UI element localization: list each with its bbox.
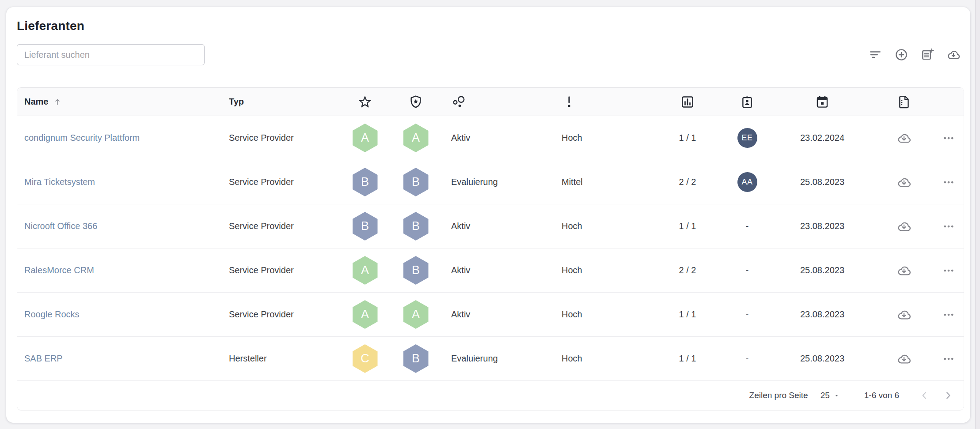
pagination-prev-button[interactable] bbox=[919, 390, 930, 401]
row-more-button[interactable] bbox=[942, 220, 955, 233]
cell-documents bbox=[875, 219, 933, 234]
grade-badge: B bbox=[403, 212, 429, 241]
pagination-next-button[interactable] bbox=[942, 390, 954, 401]
table-row: Mira TicketsystemService ProviderBBEvalu… bbox=[17, 160, 964, 204]
grade-badge: A bbox=[403, 124, 429, 152]
chevron-right-icon bbox=[942, 390, 954, 401]
cell-actions bbox=[933, 264, 964, 277]
cell-grade-internal: A bbox=[336, 256, 394, 285]
note-add-button[interactable] bbox=[920, 48, 934, 62]
topbar bbox=[17, 44, 964, 65]
cloud-download-icon bbox=[946, 48, 961, 62]
cell-progress: 1 / 1 bbox=[650, 133, 725, 143]
column-header-responsible[interactable] bbox=[725, 94, 769, 109]
cell-date: 25.08.2023 bbox=[769, 354, 875, 364]
column-header-name[interactable]: Name bbox=[17, 97, 229, 107]
supplier-name-link[interactable]: Nicrooft Office 366 bbox=[24, 221, 97, 231]
search-input[interactable] bbox=[17, 44, 205, 65]
avatar: EE bbox=[737, 128, 757, 148]
cell-grade-internal: B bbox=[336, 168, 394, 196]
supplier-name-link[interactable]: condignum Security Plattform bbox=[24, 133, 140, 143]
row-download-button[interactable] bbox=[896, 219, 912, 234]
cell-actions bbox=[933, 176, 964, 189]
column-header-typ[interactable]: Typ bbox=[229, 97, 336, 107]
column-header-progress[interactable] bbox=[650, 94, 725, 109]
grade-badge: B bbox=[353, 168, 378, 196]
add-circle-button[interactable] bbox=[894, 48, 908, 62]
supplier-name-link[interactable]: RalesMorce CRM bbox=[24, 265, 94, 275]
calendar-icon bbox=[815, 94, 830, 109]
cell-date: 25.08.2023 bbox=[769, 177, 875, 187]
cell-grade-external: B bbox=[394, 212, 438, 241]
grade-badge: A bbox=[353, 256, 378, 285]
avatar: AA bbox=[737, 172, 757, 192]
column-header-documents[interactable] bbox=[875, 94, 933, 109]
cell-criticality: Hoch bbox=[553, 354, 650, 364]
table-row: condignum Security PlattformService Prov… bbox=[17, 116, 964, 160]
scrollbar-track[interactable] bbox=[975, 0, 980, 429]
cloud-download-icon bbox=[896, 351, 912, 366]
bubble-chart-icon bbox=[451, 94, 466, 109]
row-download-button[interactable] bbox=[896, 351, 912, 366]
row-more-button[interactable] bbox=[942, 264, 955, 277]
cell-actions bbox=[933, 308, 964, 321]
more-horiz-icon bbox=[942, 264, 955, 277]
rows-per-page-label: Zeilen pro Seite bbox=[749, 391, 808, 400]
cloud-download-icon bbox=[896, 131, 912, 146]
row-download-button[interactable] bbox=[896, 175, 912, 190]
row-more-button[interactable] bbox=[942, 352, 955, 365]
grade-badge: C bbox=[353, 344, 378, 373]
table-header-row: NameTyp bbox=[17, 88, 964, 116]
column-header-date[interactable] bbox=[769, 94, 875, 109]
cell-status: Evaluierung bbox=[438, 177, 553, 187]
add-circle-icon bbox=[894, 48, 908, 62]
filter-button[interactable] bbox=[868, 48, 882, 62]
cell-date: 23.02.2024 bbox=[769, 133, 875, 143]
cell-progress: 1 / 1 bbox=[650, 221, 725, 231]
cell-responsible: - bbox=[725, 265, 769, 275]
cloud-download-icon bbox=[896, 307, 912, 322]
row-download-button[interactable] bbox=[896, 263, 912, 278]
priority-high-icon bbox=[562, 94, 577, 109]
row-download-button[interactable] bbox=[896, 307, 912, 322]
more-horiz-icon bbox=[942, 132, 955, 145]
column-header-grade_internal[interactable] bbox=[336, 94, 394, 109]
cell-actions bbox=[933, 352, 964, 365]
cell-criticality: Hoch bbox=[553, 221, 650, 231]
cell-grade-external: A bbox=[394, 124, 438, 152]
cell-grade-internal: A bbox=[336, 300, 394, 329]
column-header-status[interactable] bbox=[438, 94, 553, 109]
row-more-button[interactable] bbox=[942, 176, 955, 189]
column-label-name: Name bbox=[24, 97, 48, 107]
cell-name: Roogle Rocks bbox=[17, 309, 229, 320]
supplier-name-link[interactable]: Roogle Rocks bbox=[24, 309, 80, 320]
row-more-button[interactable] bbox=[942, 132, 955, 145]
cell-documents bbox=[875, 263, 933, 278]
cloud-download-button[interactable] bbox=[946, 48, 961, 62]
supplier-name-link[interactable]: SAB ERP bbox=[24, 354, 63, 364]
more-horiz-icon bbox=[942, 176, 955, 189]
cell-criticality: Hoch bbox=[553, 265, 650, 275]
rows-per-page-select[interactable]: 25 bbox=[820, 391, 839, 400]
page-title: Lieferanten bbox=[17, 19, 964, 34]
cell-criticality: Hoch bbox=[553, 309, 650, 320]
supplier-name-link[interactable]: Mira Ticketsystem bbox=[24, 177, 95, 187]
cell-progress: 1 / 1 bbox=[650, 354, 725, 364]
table-row: Roogle RocksService ProviderAAAktivHoch1… bbox=[17, 293, 964, 337]
row-download-button[interactable] bbox=[896, 131, 912, 146]
caret-down-icon bbox=[834, 393, 839, 399]
more-horiz-icon bbox=[942, 308, 955, 321]
cell-grade-external: B bbox=[394, 168, 438, 196]
grade-badge: A bbox=[353, 124, 378, 152]
note-add-icon bbox=[920, 48, 934, 62]
column-header-criticality[interactable] bbox=[553, 94, 650, 109]
cell-date: 23.08.2023 bbox=[769, 309, 875, 320]
column-header-grade_external[interactable] bbox=[394, 94, 438, 109]
cloud-download-icon bbox=[896, 175, 912, 190]
grade-badge: B bbox=[353, 212, 378, 241]
table-row: SAB ERPHerstellerCBEvaluierungHoch1 / 1-… bbox=[17, 337, 964, 381]
row-more-button[interactable] bbox=[942, 308, 955, 321]
cell-progress: 2 / 2 bbox=[650, 177, 725, 187]
cell-progress: 1 / 1 bbox=[650, 309, 725, 320]
cell-criticality: Mittel bbox=[553, 177, 650, 187]
